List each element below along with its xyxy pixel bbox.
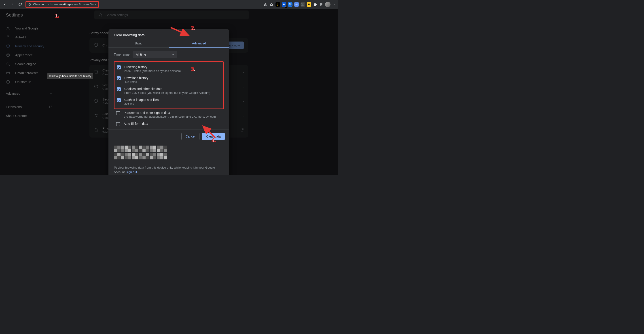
back-button[interactable] [2,1,8,7]
svg-point-13 [7,54,8,55]
checkbox[interactable] [116,122,120,126]
reading-list-icon[interactable] [319,3,323,6]
chevron-down-icon [50,92,52,95]
clear-option-row[interactable]: Passwords and other sign-in data273 pass… [114,109,224,120]
chrome-menu-button[interactable]: ⋮ [333,2,336,7]
svg-point-22 [94,85,98,88]
svg-point-16 [7,63,9,65]
search-input[interactable] [106,13,245,17]
sidebar-item-you-and-google[interactable]: You and Google [0,24,58,33]
shield-icon [94,43,98,48]
extension-icon[interactable]: 🔍 [288,2,292,7]
extension-icon[interactable]: P0 [282,2,286,7]
svg-point-9 [8,27,9,28]
annotation-3: 3. [191,66,195,72]
svg-point-24 [96,86,97,86]
profile-avatar[interactable] [325,2,330,7]
svg-line-8 [101,16,102,16]
sidebar-item-autofill[interactable]: Auto-fill [0,33,58,42]
shield-icon [94,99,98,104]
extension-icon[interactable]: 📷 [300,2,305,7]
tab-basic[interactable]: Basic [108,39,169,47]
address-bar[interactable]: Chrome | chrome://settings/clearBrowserD… [26,1,99,7]
chevron-right-icon: › [242,85,244,89]
sidebar-advanced-toggle[interactable]: Advanced [0,89,58,98]
time-range-select[interactable]: All time [132,51,177,58]
checkbox[interactable] [117,87,121,91]
checkbox[interactable] [117,65,121,69]
time-range-row: Time range All time [114,51,224,58]
reload-button[interactable] [17,1,23,7]
sidebar-extensions-link[interactable]: Extensions [0,103,58,111]
chevron-right-icon: › [242,70,244,74]
address-origin: Chrome [33,3,44,6]
dialog-tabs: Basic Advanced [108,39,229,48]
sidebar-item-search-engine[interactable]: Search engine [0,60,58,69]
sliders-icon [94,113,98,119]
svg-point-23 [96,86,96,86]
annotation-arrow-4 [201,124,219,140]
svg-line-17 [9,65,10,65]
bookmark-star-icon[interactable] [270,3,273,6]
search-settings[interactable] [94,10,249,19]
page-title: Settings [6,12,23,18]
svg-rect-10 [7,36,9,39]
svg-point-14 [8,54,9,55]
annotation-arrow-2 [170,26,192,37]
checkbox[interactable] [116,111,120,115]
chrome-icon [28,3,31,6]
extension-icon[interactable]: N [307,2,311,7]
checkbox[interactable] [117,76,121,80]
time-range-label: Time range [114,53,130,56]
checkbox[interactable] [117,98,121,102]
search-icon [98,13,102,17]
extensions-puzzle-icon[interactable] [314,3,317,6]
svg-line-32 [203,126,215,138]
dialog-title: Clear browsing data [108,29,229,39]
settings-page: Settings You and Google Auto-fill Privac… [0,9,338,175]
svg-line-31 [170,27,188,35]
sidebar-item-on-startup[interactable]: On start-up [0,77,58,86]
clear-option-row[interactable]: Browsing history25,972 items (and more o… [116,63,222,74]
sidebar-item-appearance[interactable]: Appearance [0,51,58,60]
back-tooltip: Click to go back, hold to see history [47,73,93,79]
svg-marker-3 [270,3,273,6]
trash-icon [94,70,98,75]
extension-icon[interactable]: ) [276,2,280,7]
address-url: chrome://settings/clearBrowserData [48,3,96,6]
extension-icon[interactable]: 🏷 [294,2,299,7]
toolbar-right: )P0🔍🏷📷N ⋮ [264,0,336,9]
clear-option-row[interactable]: Cookies and other site dataFrom 1,376 si… [116,85,222,96]
svg-rect-18 [6,72,10,74]
blurred-account-region [108,143,173,162]
options-highlight-box: Browsing history25,972 items (and more o… [114,61,224,109]
sidebar-about-chrome[interactable]: About Chrome [0,111,58,120]
cookie-icon [94,84,98,90]
chevron-right-icon: › [242,114,244,118]
annotation-1: 1. [55,13,59,19]
chevron-right-icon: › [242,99,244,103]
svg-point-1 [29,4,30,5]
svg-point-7 [99,14,102,16]
cancel-button[interactable]: Cancel [181,133,200,140]
open-external-icon [49,105,52,109]
page-header: Settings [0,9,338,21]
sign-out-link[interactable]: sign out [126,170,137,174]
tab-advanced[interactable]: Advanced [169,39,229,47]
svg-point-15 [8,56,8,56]
open-external-icon [240,128,244,133]
sidebar-item-privacy-security[interactable]: Privacy and security [0,42,58,51]
settings-sidebar: You and Google Auto-fill Privacy and sec… [0,21,58,120]
dialog-footer: To clear browsing data from this device … [108,162,229,175]
clear-option-row[interactable]: Download history436 items [116,74,222,85]
svg-point-25 [96,87,97,87]
clear-browsing-data-dialog: Clear browsing data Basic Advanced Time … [108,29,229,175]
flask-icon [94,128,98,133]
browser-toolbar: Chrome | chrome://settings/clearBrowserD… [0,0,338,9]
clear-option-row[interactable]: Cached images and files295 MB [116,96,222,107]
forward-button[interactable] [10,1,16,7]
share-icon[interactable] [264,3,268,6]
